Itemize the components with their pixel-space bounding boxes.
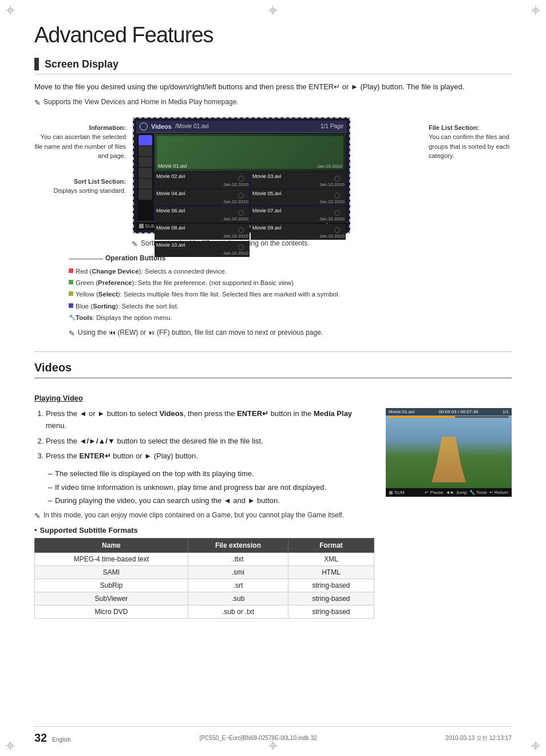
page-number-block: 32 English — [34, 731, 71, 745]
table-row: MPEG-4 time-based text .ttxt XML — [35, 552, 374, 565]
vp-footer-left: SUM — [389, 490, 405, 495]
vp-page: 1/1 — [503, 409, 509, 414]
tv-grid: Movie 02.avi Jan.10.2010 Movie 03.avi Ja… — [155, 172, 346, 257]
diagram-center: Videos /Movie 01.avi 1/1 Page — [133, 117, 422, 233]
tv-sidebar-item-2 — [139, 146, 152, 156]
bullet-2: If video time information is unknown, pl… — [48, 482, 374, 493]
row3-ext: .srt — [188, 579, 288, 592]
row2-name: SAMI — [35, 565, 188, 579]
bullet-1: The selected file is displayed on the to… — [48, 468, 374, 480]
tv-content: Movie 01.avi Jan.10.2010 Movie 02.avi Ja… — [136, 133, 347, 221]
vp-jump: ◄► Jump — [445, 490, 467, 495]
diagram-right-labels: File List Section: You can confirm the f… — [429, 117, 512, 233]
row4-ext: .sub — [188, 592, 288, 605]
footer-date: 2010-03-13 오전 12:13:17 — [445, 734, 512, 742]
pencil-icon-4: ✎ — [34, 512, 41, 520]
corner-mark-tl — [5, 5, 16, 16]
videos-left-col: Press the ◄ or ► button to select Videos… — [34, 408, 374, 628]
tv-sidebar-item-3 — [139, 157, 152, 167]
row5-ext: .sub or .txt — [188, 605, 288, 618]
video-player-mockup: Movie 01.avi 00:04:03 / 00:07:38 1/1 SUM… — [386, 408, 512, 628]
corner-mark-bl — [5, 740, 16, 751]
section-divider — [34, 351, 512, 352]
tv-sidebar — [137, 134, 153, 220]
row1-format: XML — [288, 552, 374, 565]
yellow-dot-icon — [69, 291, 73, 296]
vp-giraffe-image — [386, 408, 512, 488]
col-format: Format — [288, 538, 374, 552]
row1-name: MPEG-4 time-based text — [35, 552, 188, 565]
footer-file: [PC550_E~Euro]BN68-02578E-00L10.indb 32 — [200, 735, 317, 741]
green-dot-icon — [69, 280, 73, 284]
section-bar — [34, 58, 39, 70]
diagram-left-labels: Information: You can ascertain the selec… — [34, 117, 126, 233]
op-green: Green (Preference): Sets the file prefer… — [69, 278, 512, 288]
left-label-sort: Sort List Section: Displays sorting stan… — [34, 177, 126, 196]
subtitle-table: Name File extension Format MPEG-4 time-b… — [34, 538, 374, 619]
blue-dot-icon — [69, 303, 73, 308]
vp-pause: ↵ Pause — [425, 490, 443, 495]
tv-cell-movie09: Movie 09.avi Jan.10.2010 — [251, 224, 346, 240]
left-label-info: Information: You can ascertain the selec… — [34, 123, 126, 161]
bullets-list: The selected file is displayed on the to… — [48, 468, 374, 506]
vp-time: 00:04:03 / 00:07:38 — [438, 409, 478, 414]
tv-cell-movie03: Movie 03.avi Jan.10.2010 — [251, 172, 346, 188]
vp-footer: SUM ↵ Pause ◄► Jump 🔧 Tools ↩ Return — [386, 488, 512, 497]
screen-display-header: Screen Display — [34, 58, 512, 74]
tv-header: Videos /Movie 01.avi 1/1 Page — [136, 121, 347, 133]
row4-name: SubViewer — [35, 592, 188, 605]
playing-video-title: Playing Video — [34, 394, 512, 402]
tv-cell-movie07: Movie 07.avi Jan.10.2010 — [251, 207, 346, 223]
vp-progress-bar — [389, 416, 509, 418]
op-blue: Blue (Sorting): Selects the sort list. — [69, 302, 512, 311]
page-english: English — [52, 737, 71, 743]
table-body: MPEG-4 time-based text .ttxt XML SAMI .s… — [35, 552, 374, 618]
pencil-icon-1: ✎ — [34, 98, 41, 107]
tv-cell-movie08: Movie 08.avi Jan.10.2010 — [155, 224, 250, 240]
tv-cell-movie02: Movie 02.avi Jan.10.2010 — [155, 172, 250, 188]
red-dot-icon — [69, 268, 73, 273]
row1-ext: .ttxt — [188, 552, 288, 565]
row5-name: Micro DVD — [35, 605, 188, 618]
col-name: Name — [35, 538, 188, 552]
table-row: SubViewer .sub string-based — [35, 592, 374, 605]
step-2: Press the ◄/►/▲/▼ button to select the d… — [46, 436, 374, 448]
videos-section-header: Videos — [34, 361, 512, 378]
tv-sidebar-item-6 — [139, 189, 152, 200]
videos-title: Videos — [34, 361, 72, 374]
tv-cell-movie10: Movie 10.avi Jan.10.2010 — [155, 241, 250, 257]
tv-tab-label: Videos — [151, 123, 172, 130]
corner-mark-br — [530, 740, 541, 751]
tv-cell-movie04: Movie 04.avi Jan.10.2010 — [155, 189, 250, 205]
tv-sidebar-item-5 — [139, 179, 152, 189]
tv-btn-sum: SUM — [139, 223, 156, 229]
diagram-area: Information: You can ascertain the selec… — [34, 117, 512, 233]
op-yellow: Yellow (Select): Selects multiple files … — [69, 290, 512, 299]
vp-screen: Movie 01.avi 00:04:03 / 00:07:38 1/1 — [386, 408, 512, 488]
row3-format: string-based — [288, 579, 374, 592]
op-tools: 🔧 Tools: Displays the option menu. — [69, 313, 512, 323]
vp-footer-right: ↵ Pause ◄► Jump 🔧 Tools ↩ Return — [425, 490, 508, 495]
tv-header-left: Videos /Movie 01.avi — [140, 122, 209, 130]
vp-progress-fill — [389, 416, 455, 418]
subtitle-formats-section: • Supported Subtitle Formats Name File e… — [34, 526, 374, 619]
bullet-3: During playing the video, you can search… — [48, 495, 374, 506]
row5-format: string-based — [288, 605, 374, 618]
pencil-icon-2: ✎ — [132, 240, 138, 248]
tv-page-label: 1/1 Page — [321, 123, 343, 129]
tv-sidebar-item-4 — [139, 168, 152, 178]
tv-ui-mockup: Videos /Movie 01.avi 1/1 Page — [133, 117, 350, 233]
tv-file-label: /Movie 01.avi — [175, 123, 209, 129]
vp-file-name: Movie 01.avi — [389, 409, 414, 414]
screen-display-title: Screen Display — [45, 58, 118, 70]
rew-ff-note: ✎ Using the ⏮ (REW) or ⏯ (FF) button, fi… — [69, 328, 512, 338]
page-number: 32 — [34, 731, 47, 744]
page-title: Advanced Features — [34, 23, 512, 48]
row4-format: string-based — [288, 592, 374, 605]
table-row: Micro DVD .sub or .txt string-based — [35, 605, 374, 618]
tv-featured-cell: Movie 01.avi Jan.10.2010 — [155, 134, 346, 171]
row2-ext: .smi — [188, 565, 288, 579]
op-red: Red (Change Device): Selects a connected… — [69, 267, 512, 276]
row2-format: HTML — [288, 565, 374, 579]
vp-header: Movie 01.avi 00:04:03 / 00:07:38 1/1 — [386, 408, 512, 415]
